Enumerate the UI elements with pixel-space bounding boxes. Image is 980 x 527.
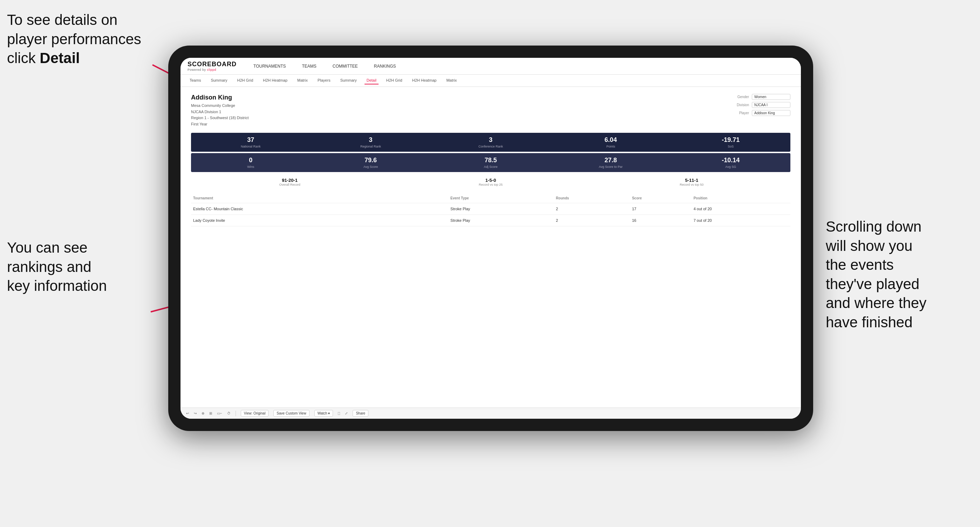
toolbar-icon-2[interactable]: ⊞ — [209, 411, 212, 415]
toolbar-icon-4[interactable]: ⏱ — [227, 411, 231, 415]
stat-conference-rank: 3 Conference Rank — [431, 133, 550, 152]
stats-row-2: 0 Wins 79.6 Avg Score 78.5 Adj Score 27.… — [191, 153, 791, 172]
player-year: First Year — [191, 121, 248, 127]
tournament-table: Tournament Event Type Rounds Score Posit… — [191, 194, 791, 226]
player-region: Region 1 - Southwest (18) District — [191, 115, 248, 121]
scoreboard-logo: SCOREBOARD Powered by clippd — [188, 60, 237, 71]
player-info: Addison King Mesa Community College NJCA… — [191, 94, 248, 127]
stat-regional-rank: 3 Regional Rank — [311, 133, 430, 152]
rounds-1: 2 — [554, 203, 630, 215]
stat-points: 6.04 Points — [551, 133, 670, 152]
main-content: Addison King Mesa Community College NJCA… — [180, 87, 801, 408]
gender-select[interactable]: Women — [752, 94, 791, 100]
subnav-summary2[interactable]: Summary — [338, 77, 359, 84]
record-top25: 1-5-0 Record vs top 25 — [392, 178, 589, 186]
event-type-1: Stroke Play — [448, 203, 554, 215]
stat-avg-score-par: 27.8 Avg Score to Par — [551, 153, 670, 172]
watch-button[interactable]: Watch ▾ — [314, 410, 333, 417]
player-name: Addison King — [191, 94, 248, 101]
annotation-right: Scrolling down will show you the events … — [826, 217, 973, 332]
col-event-type: Event Type — [448, 194, 554, 203]
subnav-h2h-heatmap[interactable]: H2H Heatmap — [261, 77, 290, 84]
score-2: 16 — [630, 215, 692, 226]
col-tournament: Tournament — [191, 194, 430, 203]
player-select[interactable]: Addison King — [752, 110, 791, 116]
subnav-h2h-grid2[interactable]: H2H Grid — [384, 77, 404, 84]
toolbar-screen-icon[interactable]: ⎕ — [338, 411, 340, 415]
subnav-matrix2[interactable]: Matrix — [444, 77, 459, 84]
toolbar-icon-1[interactable]: ⊕ — [202, 411, 204, 415]
player-controls: Gender Women Division NJCAA I Player — [730, 94, 791, 127]
logo-subtitle: Powered by clippd — [188, 68, 237, 71]
subnav-detail[interactable]: Detail — [364, 77, 379, 84]
subnav-matrix[interactable]: Matrix — [295, 77, 310, 84]
player-header: Addison King Mesa Community College NJCA… — [191, 94, 791, 127]
col-spacer — [430, 194, 448, 203]
nav-committee[interactable]: COMMITTEE — [330, 62, 361, 70]
sub-nav: Teams Summary H2H Grid H2H Heatmap Matri… — [180, 75, 801, 87]
tablet-screen: SCOREBOARD Powered by clippd TOURNAMENTS… — [180, 58, 801, 419]
stat-avg-score: 79.6 Avg Score — [311, 153, 430, 172]
event-type-2: Stroke Play — [448, 215, 554, 226]
logo-title: SCOREBOARD — [188, 60, 237, 68]
subnav-summary[interactable]: Summary — [208, 77, 229, 84]
toolbar-undo-icon[interactable]: ↩ — [186, 411, 189, 415]
share-button[interactable]: Share — [353, 410, 368, 417]
player-label: Player — [730, 111, 749, 115]
app-header: SCOREBOARD Powered by clippd TOURNAMENTS… — [180, 58, 801, 75]
table-row: Estella CC- Mountain Classic Stroke Play… — [191, 203, 791, 215]
save-custom-view-button[interactable]: Save Custom View — [274, 410, 309, 417]
tournament-name-2: Lady Coyote Invite — [191, 215, 430, 226]
record-top50: 5-11-1 Record vs top 50 — [593, 178, 791, 186]
gender-control: Gender Women — [730, 94, 791, 100]
division-label: Division — [730, 103, 749, 107]
position-1: 4 out of 20 — [692, 203, 791, 215]
stat-national-rank: 37 National Rank — [191, 133, 310, 152]
stat-avg-sg: -10.14 Avg SG — [671, 153, 791, 172]
stat-sos: -19.71 SoS — [671, 133, 791, 152]
player-division: NJCAA Division 1 — [191, 109, 248, 115]
score-1: 17 — [630, 203, 692, 215]
nav-rankings[interactable]: RANKINGS — [371, 62, 399, 70]
toolbar-separator — [235, 411, 236, 416]
toolbar-redo-icon[interactable]: ↪ — [194, 411, 197, 415]
division-control: Division NJCAA I — [730, 102, 791, 108]
tablet-device: SCOREBOARD Powered by clippd TOURNAMENTS… — [168, 46, 813, 431]
nav-teams[interactable]: TEAMS — [299, 62, 319, 70]
division-select[interactable]: NJCAA I — [752, 102, 791, 108]
col-score: Score — [630, 194, 692, 203]
subnav-teams[interactable]: Teams — [188, 77, 203, 84]
stat-wins: 0 Wins — [191, 153, 310, 172]
position-2: 7 out of 20 — [692, 215, 791, 226]
stat-adj-score: 78.5 Adj Score — [431, 153, 550, 172]
subnav-players[interactable]: Players — [315, 77, 332, 84]
subnav-h2h-grid[interactable]: H2H Grid — [235, 77, 255, 84]
rounds-2: 2 — [554, 215, 630, 226]
table-row: Lady Coyote Invite Stroke Play 2 16 7 ou… — [191, 215, 791, 226]
subnav-h2h-heatmap2[interactable]: H2H Heatmap — [410, 77, 439, 84]
gender-label: Gender — [730, 95, 749, 99]
toolbar-expand-icon[interactable]: ⤢ — [345, 411, 348, 415]
records-row: 91-20-1 Overall Record 1-5-0 Record vs t… — [191, 178, 791, 186]
view-original-button[interactable]: View: Original — [241, 410, 269, 417]
tournament-name-1: Estella CC- Mountain Classic — [191, 203, 430, 215]
nav-tournaments[interactable]: TOURNAMENTS — [251, 62, 288, 70]
toolbar-icon-3[interactable]: ▭− — [217, 411, 222, 415]
player-control: Player Addison King — [730, 110, 791, 116]
player-college: Mesa Community College — [191, 103, 248, 109]
annotation-bottom-left: You can see rankings and key information — [7, 238, 140, 296]
col-rounds: Rounds — [554, 194, 630, 203]
col-position: Position — [692, 194, 791, 203]
bottom-toolbar: ↩ ↪ ⊕ ⊞ ▭− ⏱ View: Original Save Custom … — [180, 408, 801, 419]
stats-row-1: 37 National Rank 3 Regional Rank 3 Confe… — [191, 133, 791, 152]
record-overall: 91-20-1 Overall Record — [191, 178, 388, 186]
annotation-top-left: To see details on player performances cl… — [7, 11, 154, 68]
